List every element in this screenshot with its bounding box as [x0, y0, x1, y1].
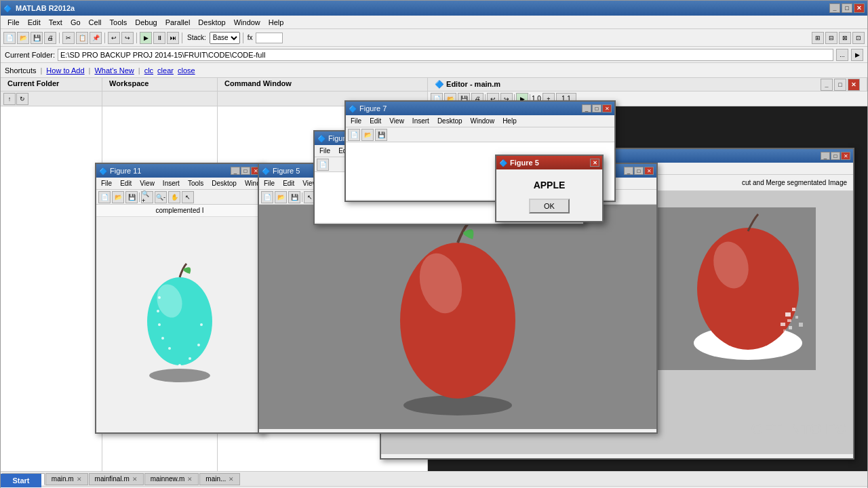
fig5-save[interactable]: 💾	[288, 191, 300, 203]
menu-parallel[interactable]: Parallel	[161, 17, 195, 28]
debug-btn[interactable]: ⏸	[153, 32, 165, 44]
tab-close-5[interactable]: ✕	[229, 476, 234, 483]
cf-refresh-btn[interactable]: ↻	[16, 93, 28, 105]
tab-close-3[interactable]: ✕	[132, 476, 138, 483]
how-to-add-link[interactable]: How to Add	[46, 66, 84, 75]
fig11-open[interactable]: 📂	[112, 191, 124, 203]
fig5-maximize[interactable]: □	[634, 167, 644, 175]
close-link[interactable]: close	[178, 66, 195, 75]
folder-go-btn[interactable]: ▶	[851, 49, 863, 61]
menu-window[interactable]: Window	[230, 17, 264, 28]
fig7-menu-view[interactable]: View	[386, 117, 408, 125]
clear-link[interactable]: clear	[157, 66, 174, 75]
fig7-new[interactable]: 📄	[348, 129, 360, 141]
fig5-open[interactable]: 📂	[275, 191, 287, 203]
paste-btn[interactable]: 📌	[90, 32, 102, 44]
menu-go[interactable]: Go	[66, 17, 85, 28]
redo-btn[interactable]: ↪	[121, 32, 134, 44]
fig11-menu-file[interactable]: File	[98, 179, 115, 188]
editor-maximize[interactable]: □	[834, 79, 846, 91]
fig11-menu-desktop[interactable]: Desktop	[208, 179, 240, 188]
layout-btn3[interactable]: ⊠	[839, 32, 851, 44]
fig5-new[interactable]: 📄	[261, 191, 273, 203]
fig1-close[interactable]: ✕	[841, 152, 850, 160]
whats-new-link[interactable]: What's New	[94, 66, 134, 75]
save-btn[interactable]: 💾	[31, 32, 43, 44]
restore-button[interactable]: □	[842, 3, 852, 13]
fig5-menu-file[interactable]: File	[260, 179, 278, 188]
fig11-minimize[interactable]: _	[231, 167, 240, 175]
tab-mainnew[interactable]: mainnew.m ✕	[144, 473, 199, 485]
undo-btn[interactable]: ↩	[108, 32, 120, 44]
menu-cell[interactable]: Cell	[85, 17, 106, 28]
fig11-menu-edit[interactable]: Edit	[117, 179, 135, 188]
dialog-ok-button[interactable]: OK	[529, 199, 570, 214]
print-btn[interactable]: 🖨	[44, 32, 56, 44]
fig1-maximize[interactable]: □	[831, 152, 840, 160]
fig6-menu-file[interactable]: File	[316, 146, 334, 155]
dialog-close-btn[interactable]: ✕	[590, 159, 599, 167]
menu-edit[interactable]: Edit	[24, 17, 45, 28]
fig6-new[interactable]: 📄	[317, 159, 329, 171]
cf-up-btn[interactable]: ↑	[3, 93, 16, 105]
tab-close-4[interactable]: ✕	[187, 476, 193, 483]
fig11-menu-view[interactable]: View	[136, 179, 158, 188]
new-btn[interactable]: 📄	[3, 32, 16, 44]
editor-minimize[interactable]: _	[821, 79, 833, 91]
fig5-close[interactable]: ✕	[644, 167, 654, 175]
tab-main2[interactable]: main.m ✕	[45, 473, 88, 485]
fig7-minimize[interactable]: _	[582, 104, 591, 113]
fig7-menu-window[interactable]: Window	[467, 117, 498, 125]
fig11-maximize[interactable]: □	[241, 167, 250, 175]
folder-path-input[interactable]	[58, 49, 833, 61]
minimize-button[interactable]: _	[829, 3, 840, 13]
layout-btn4[interactable]: ⊡	[852, 32, 865, 44]
fig7-menu-help[interactable]: Help	[499, 117, 520, 125]
copy-btn[interactable]: 📋	[76, 32, 88, 44]
dialog-title-bar[interactable]: 🔷 Figure 5 ✕	[496, 156, 602, 169]
fig7-save[interactable]: 💾	[375, 129, 387, 141]
fig7-menu-desktop[interactable]: Desktop	[434, 117, 466, 125]
step-btn[interactable]: ⏭	[167, 32, 179, 44]
close-button[interactable]: ✕	[854, 3, 865, 13]
run-btn[interactable]: ▶	[140, 32, 152, 44]
folder-browse-btn[interactable]: ...	[836, 49, 848, 61]
figure-11-titlebar[interactable]: 🔷 Figure 11 _ □ ✕	[96, 164, 263, 178]
open-btn[interactable]: 📂	[17, 32, 29, 44]
fig11-new[interactable]: 📄	[98, 191, 111, 203]
fig5-menu-edit[interactable]: Edit	[279, 179, 298, 188]
fig7-close[interactable]: ✕	[602, 104, 612, 113]
menu-desktop[interactable]: Desktop	[194, 17, 229, 28]
start-button[interactable]: Start	[12, 476, 29, 485]
menu-text[interactable]: Text	[45, 17, 66, 28]
fig11-cursor[interactable]: ↖	[182, 191, 194, 203]
fig7-menu-edit[interactable]: Edit	[366, 117, 384, 125]
fig11-menu-insert[interactable]: Insert	[159, 179, 183, 188]
fig7-maximize[interactable]: □	[592, 104, 601, 113]
fig7-menu-insert[interactable]: Insert	[409, 117, 433, 125]
menu-tools[interactable]: Tools	[106, 17, 132, 28]
layout-btn2[interactable]: ⊟	[825, 32, 837, 44]
tab-close-2[interactable]: ✕	[77, 476, 82, 483]
fig11-zoom-out[interactable]: 🔍-	[155, 191, 167, 203]
fig5-minimize[interactable]: _	[624, 167, 633, 175]
editor-close[interactable]: ✕	[848, 79, 860, 91]
tab-mainfinal[interactable]: mainfinal.m ✕	[89, 473, 144, 485]
figure-7-titlebar[interactable]: 🔷 Figure 7 _ □ ✕	[346, 102, 614, 115]
menu-debug[interactable]: Debug	[131, 17, 161, 28]
fig11-zoom-in[interactable]: 🔍+	[141, 191, 153, 203]
menu-help[interactable]: Help	[264, 17, 288, 28]
stack-select[interactable]: Base	[210, 32, 240, 44]
fig7-open[interactable]: 📂	[361, 129, 374, 141]
fig11-save[interactable]: 💾	[125, 191, 138, 203]
fx-input[interactable]	[256, 33, 283, 43]
cut-btn[interactable]: ✂	[62, 32, 75, 44]
layout-btn1[interactable]: ⊞	[812, 32, 824, 44]
fig11-menu-tools[interactable]: Tools	[184, 179, 207, 188]
fig7-menu-file[interactable]: File	[347, 117, 365, 125]
fig1-minimize[interactable]: _	[821, 152, 830, 160]
fig11-pan[interactable]: ✋	[168, 191, 180, 203]
tab-main-extra[interactable]: main... ✕	[199, 473, 240, 485]
menu-file[interactable]: File	[3, 17, 24, 28]
clc-link[interactable]: clc	[144, 66, 153, 75]
